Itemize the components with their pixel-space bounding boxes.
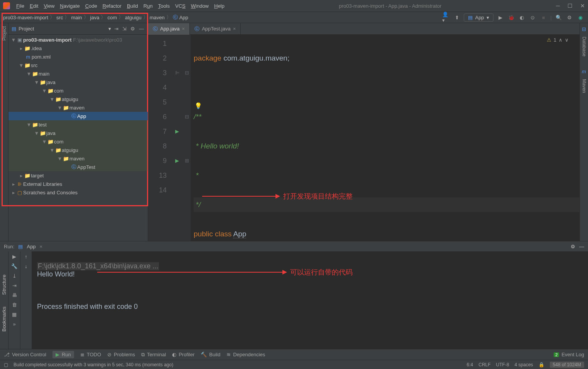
- crumb[interactable]: main: [71, 15, 82, 20]
- menu-help[interactable]: Help: [214, 3, 225, 9]
- print-icon[interactable]: 🖶: [12, 292, 17, 298]
- indent[interactable]: 4 spaces: [515, 362, 533, 367]
- tree-atguigu-test[interactable]: ▼📁atguigu: [8, 146, 148, 154]
- menu-run[interactable]: Run: [144, 3, 153, 9]
- run-settings-icon[interactable]: ⚙: [571, 244, 575, 249]
- status-icon[interactable]: ▢: [4, 362, 8, 367]
- nav-up-icon[interactable]: ∧: [559, 37, 563, 43]
- tab-version-control[interactable]: ⎇Version Control: [4, 352, 46, 357]
- line-separator[interactable]: CRLF: [478, 362, 490, 367]
- console-output[interactable]: F:\jdk\jdk1.8.0_161_x64\bin\java.exe ...…: [32, 251, 588, 349]
- minimize-panel-icon[interactable]: —: [138, 26, 145, 32]
- database-icon[interactable]: ⊟: [582, 26, 586, 32]
- menu-code[interactable]: Code: [85, 3, 97, 9]
- menu-refactor[interactable]: Refactor: [103, 3, 122, 9]
- nav-down-icon[interactable]: ∨: [565, 37, 569, 43]
- menu-file[interactable]: File: [16, 3, 24, 9]
- crumb[interactable]: atguigu: [125, 15, 142, 20]
- maximize-button[interactable]: ☐: [568, 3, 573, 9]
- expand-icon[interactable]: ⇲: [122, 26, 127, 32]
- tab-run[interactable]: ▶Run: [52, 351, 74, 358]
- close-run-tab-icon[interactable]: ×: [40, 244, 43, 249]
- caret-position[interactable]: 6:4: [467, 362, 473, 367]
- left-rail-bookmarks[interactable]: Bookmarks: [1, 307, 7, 332]
- tree-idea[interactable]: ▸📁.idea: [8, 44, 148, 52]
- run-minimize-icon[interactable]: —: [579, 244, 584, 249]
- menu-window[interactable]: Window: [191, 3, 209, 9]
- stop-button[interactable]: ■: [540, 13, 547, 21]
- menu-vcs[interactable]: VCS: [175, 3, 186, 9]
- tab-dependencies[interactable]: ≋Dependencies: [226, 352, 265, 357]
- close-button[interactable]: ✕: [580, 3, 585, 9]
- menu-build[interactable]: Build: [127, 3, 138, 9]
- tab-terminal[interactable]: ⧉Terminal: [141, 352, 166, 358]
- search-icon[interactable]: 🔍: [555, 13, 563, 21]
- close-tab-icon[interactable]: ×: [233, 26, 236, 32]
- tree-scratches[interactable]: ▸▢Scratches and Consoles: [8, 188, 148, 197]
- tree-java-main[interactable]: ▼📁java: [8, 78, 148, 86]
- crumb[interactable]: pro03-maven-import: [3, 15, 48, 20]
- scroll-icon[interactable]: ⇥: [12, 283, 17, 288]
- settings-icon[interactable]: ⚙: [566, 13, 573, 21]
- tree-ext-libs[interactable]: ▸⊪External Libraries: [8, 180, 148, 188]
- tree-java-test[interactable]: ▼📁java: [8, 129, 148, 137]
- down-icon[interactable]: ⤓: [12, 273, 17, 279]
- debug-button[interactable]: 🐞: [507, 13, 515, 21]
- right-rail-database[interactable]: Database: [581, 37, 587, 56]
- coverage-button[interactable]: ◐: [518, 13, 526, 21]
- tree-pom[interactable]: mpom.xml: [8, 52, 148, 61]
- rerun-icon[interactable]: ▶: [12, 254, 16, 259]
- tree-test[interactable]: ▼📁test: [8, 120, 148, 129]
- jetbrains-icon[interactable]: ◉: [576, 13, 584, 21]
- tab-app-java[interactable]: ⓒApp.java×: [148, 23, 190, 35]
- tree-apptest[interactable]: ⓒAppTest: [8, 163, 148, 171]
- tree-root[interactable]: ▼▣pro03-maven-import F:\javawebwork\pro0…: [8, 35, 148, 44]
- tree-com-test[interactable]: ▼📁com: [8, 137, 148, 146]
- close-tab-icon[interactable]: ×: [182, 26, 185, 32]
- intention-bulb-icon[interactable]: 💡: [194, 99, 202, 113]
- run-tab-name[interactable]: App: [27, 244, 35, 249]
- menu-tools[interactable]: Tools: [158, 3, 170, 9]
- code-area[interactable]: package com.atguigu.maven; /** * Hello w…: [191, 35, 580, 241]
- run-main-icon[interactable]: ▶: [175, 153, 179, 168]
- crumb[interactable]: com: [107, 15, 117, 20]
- tab-build[interactable]: 🔨Build: [201, 352, 220, 357]
- tree-app[interactable]: ⓒApp: [8, 112, 148, 120]
- wrench-icon[interactable]: 🔧: [11, 263, 17, 269]
- memory-indicator[interactable]: 548 of 1024M: [550, 362, 584, 368]
- tree-main[interactable]: ▼📁main: [8, 69, 148, 78]
- tree-maven-main[interactable]: ▼📁maven: [8, 103, 148, 112]
- tab-todo[interactable]: ≣TODO: [80, 352, 101, 357]
- tab-profiler[interactable]: ◐Profiler: [172, 352, 194, 357]
- tree-src[interactable]: ▼📁src: [8, 61, 148, 69]
- gear-icon[interactable]: ⚙: [130, 26, 136, 32]
- tab-problems[interactable]: ⊘Problems: [107, 352, 135, 357]
- tab-apptest-java[interactable]: ⓒAppTest.java×: [190, 23, 241, 35]
- run-config-selector[interactable]: ▤App▾: [464, 13, 493, 22]
- right-rail-maven[interactable]: Maven: [581, 79, 587, 93]
- crumb[interactable]: App: [179, 15, 188, 20]
- crumb[interactable]: src: [56, 15, 63, 20]
- left-rail-structure[interactable]: Structure: [1, 275, 7, 295]
- left-rail-project[interactable]: Project: [2, 26, 7, 40]
- menu-view[interactable]: View: [44, 3, 54, 9]
- up-icon[interactable]: ↑: [25, 254, 27, 259]
- build-icon[interactable]: ⬆: [453, 13, 461, 21]
- crumb[interactable]: java: [90, 15, 100, 20]
- layout-icon[interactable]: ▦: [12, 312, 17, 317]
- down-icon2[interactable]: ↓: [25, 263, 27, 269]
- user-icon[interactable]: 👤▾: [442, 13, 450, 21]
- run-class-icon[interactable]: ▶: [175, 124, 179, 139]
- menu-edit[interactable]: Edit: [30, 3, 38, 9]
- maven-icon[interactable]: m: [582, 69, 586, 74]
- tree-maven-test[interactable]: ▼📁maven: [8, 154, 148, 163]
- crumb[interactable]: maven: [150, 15, 165, 20]
- select-open-icon[interactable]: ⇥: [113, 26, 119, 32]
- menu-navigate[interactable]: Navigate: [60, 3, 79, 9]
- warning-icon[interactable]: ⚠: [547, 37, 551, 43]
- editor-body[interactable]: 1 2 3 4 5 6 7 8 9 13 14 ⊫ ▶ ▶ ⊟⊟⊞ packag…: [148, 35, 580, 241]
- trash-icon[interactable]: 🗑: [12, 302, 17, 308]
- run-button[interactable]: ▶: [497, 13, 504, 21]
- tree-target[interactable]: ▸📁target: [8, 171, 148, 180]
- minimize-button[interactable]: ─: [556, 3, 560, 9]
